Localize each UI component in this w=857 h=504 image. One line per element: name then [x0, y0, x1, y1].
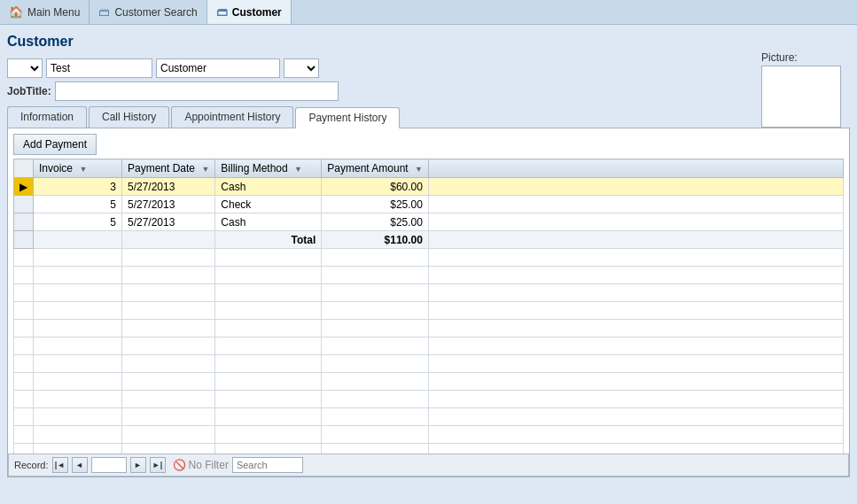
col-date-header[interactable]: Payment Date ▼: [122, 159, 215, 178]
col-billing-header[interactable]: Billing Method ▼: [215, 159, 322, 178]
extra-cell: [428, 231, 843, 249]
tab-call-history[interactable]: Call History: [89, 106, 169, 128]
col-extra-header: [428, 159, 843, 178]
payment-history-panel: Add Payment Invoice ▼ Payment Date ▼ Bil…: [7, 128, 850, 477]
date-cell: 5/27/2013: [122, 196, 215, 213]
empty-row: [14, 355, 844, 373]
empty-row: [14, 320, 844, 337]
empty-row: [14, 284, 844, 302]
first-name-input[interactable]: [46, 58, 152, 78]
table-row[interactable]: 5 5/27/2013 Cash $25.00: [14, 213, 844, 231]
empty-row: [14, 337, 844, 355]
table-row[interactable]: ▶ 3 5/27/2013 Cash $60.00: [14, 178, 844, 196]
empty-row: [14, 408, 844, 426]
billing-cell: Check: [215, 196, 322, 213]
nav-last-button[interactable]: ►|: [150, 457, 166, 473]
title-bar: 🏠 Main Menu 🗃 Customer Search 🗃 Customer: [0, 0, 857, 25]
empty-row: [14, 249, 844, 267]
name-suffix-dropdown[interactable]: [284, 58, 319, 78]
extra-cell: [428, 178, 843, 196]
invoice-cell: 5: [34, 213, 122, 231]
page-title: Customer: [7, 30, 74, 53]
row-indicator: [14, 196, 34, 213]
last-name-input[interactable]: [156, 58, 280, 78]
tab-customer[interactable]: 🗃 Customer: [207, 0, 292, 24]
amount-cell: $25.00: [322, 196, 429, 213]
date-cell: 5/27/2013: [122, 213, 215, 231]
total-label-cell: [34, 231, 122, 249]
tab-customer-search[interactable]: 🗃 Customer Search: [90, 0, 206, 24]
col-invoice-header[interactable]: Invoice ▼: [34, 159, 122, 178]
customer-form-row2: JobTitle:: [7, 81, 850, 101]
no-filter-indicator: 🚫 No Filter: [173, 459, 229, 471]
record-search-input[interactable]: [232, 457, 303, 473]
empty-row: [14, 267, 844, 284]
main-menu-icon: 🏠: [9, 5, 23, 19]
jobtitle-input[interactable]: [55, 81, 339, 101]
extra-cell: [428, 213, 843, 231]
total-label: Total: [215, 231, 322, 249]
picture-frame: [761, 66, 841, 128]
amount-sort-icon: ▼: [415, 165, 423, 174]
jobtitle-label: JobTitle:: [7, 85, 51, 97]
customer-search-icon: 🗃: [98, 5, 110, 19]
tab-main-menu[interactable]: 🏠 Main Menu: [0, 0, 90, 24]
total-row: Total $110.00: [14, 231, 844, 249]
payment-table: Invoice ▼ Payment Date ▼ Billing Method …: [13, 159, 844, 461]
empty-row: [14, 391, 844, 408]
tab-information[interactable]: Information: [7, 106, 87, 128]
tab-strip: Information Call History Appointment His…: [7, 106, 850, 128]
nav-first-button[interactable]: |◄: [52, 457, 68, 473]
amount-cell: $25.00: [322, 213, 429, 231]
col-amount-header[interactable]: Payment Amount ▼: [322, 159, 429, 178]
row-indicator: [14, 231, 34, 249]
main-area: Customer Picture: JobTitle: Information …: [0, 25, 857, 504]
record-navigator: Record: |◄ ◄ ► ►| 🚫 No Filter: [8, 454, 849, 477]
billing-cell: Cash: [215, 213, 322, 231]
filter-icon: 🚫: [173, 459, 186, 471]
invoice-sort-icon: ▼: [79, 165, 87, 174]
empty-row: [14, 302, 844, 320]
col-indicator-header: [14, 159, 34, 178]
tab-appointment-history[interactable]: Appointment History: [171, 106, 293, 128]
date-sort-icon: ▼: [201, 165, 209, 174]
billing-cell: Cash: [215, 178, 322, 196]
amount-cell: $60.00: [322, 178, 429, 196]
total-label-cell2: [122, 231, 215, 249]
invoice-cell: 3: [34, 178, 122, 196]
table-row[interactable]: 5 5/27/2013 Check $25.00: [14, 196, 844, 213]
record-label: Record:: [14, 460, 49, 470]
extra-cell: [428, 196, 843, 213]
billing-sort-icon: ▼: [294, 165, 302, 174]
total-amount: $110.00: [322, 231, 429, 249]
invoice-cell: 5: [34, 196, 122, 213]
row-indicator: [14, 213, 34, 231]
name-prefix-dropdown[interactable]: [7, 58, 43, 78]
row-indicator: ▶: [14, 178, 34, 196]
customer-icon: 🗃: [216, 5, 228, 19]
add-payment-button[interactable]: Add Payment: [13, 134, 97, 155]
record-number-input[interactable]: [91, 457, 127, 473]
picture-label: Picture:: [761, 51, 841, 64]
picture-section: Picture:: [761, 51, 841, 128]
empty-row: [14, 373, 844, 391]
empty-row: [14, 426, 844, 444]
customer-form-row1: Picture:: [7, 58, 850, 78]
nav-prev-button[interactable]: ◄: [72, 457, 88, 473]
nav-next-button[interactable]: ►: [130, 457, 146, 473]
date-cell: 5/27/2013: [122, 178, 215, 196]
customer-header: Customer: [7, 30, 850, 53]
tab-payment-history[interactable]: Payment History: [295, 107, 400, 128]
